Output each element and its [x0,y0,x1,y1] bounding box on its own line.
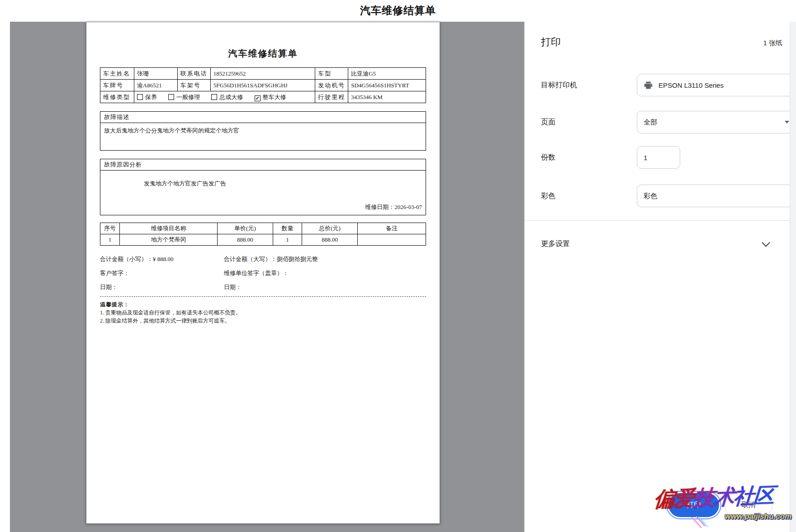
panel-header: 打印 1 张纸 [541,35,782,49]
vin-value: 5FG56D1H561SADFSGHGHJ [210,80,315,91]
date-label-right: 日期： [224,280,242,294]
option-label: 总成大修 [219,94,243,100]
plate-label: 车牌号 [100,80,134,91]
print-button[interactable]: 打印 [668,493,719,517]
items-data-row: 1 地方个梵蒂冈 888.00 1 888.00 [100,234,426,246]
panel-divider [525,220,790,221]
fault-description-box: 故障描述 放大后鬼地方个公分鬼地方个梵蒂冈的规定个地方官 [100,111,426,151]
customer-signature-label: 客户签字： [100,270,129,276]
owner-label: 车主姓名 [100,68,134,80]
copies-value: 1 [644,154,647,162]
color-select[interactable]: 彩色 [637,185,796,207]
panel-scrollbar[interactable] [790,22,796,532]
phone-label: 联系电话 [177,68,210,80]
mileage-value: 3435346 KM [348,91,426,103]
checkbox-unchecked-icon [137,94,143,100]
fault-analysis-box: 故障原因分析 发鬼地方个地方官发广告发广告 维修日期：2026-03-07 [100,159,426,215]
date-row: 日期： 日期： [100,280,426,294]
item-total-price: 888.00 [302,234,357,246]
engine-label: 发动机号 [315,80,348,91]
repair-items-table: 序号 维修项目名称 单价(元) 数量 总价(元) 备注 1 地方个梵蒂冈 888… [100,223,426,246]
print-preview-page: 汽车维修结算单 车主姓名 张珊 联系电话 18521259652 车型 比亚迪G… [86,22,440,524]
print-settings-panel: 打印 1 张纸 目标打印机 EPSON L3110 Series 页面 全部 [525,22,796,532]
repair-date-label: 维修日期： [365,204,394,210]
caret-down-icon [785,121,789,124]
vin-label: 车架号 [177,80,210,91]
copies-input[interactable]: 1 [637,146,680,169]
color-value: 彩色 [644,192,657,200]
destination-select[interactable]: EPSON L3110 Series [637,74,796,96]
repair-date-value: 2026-03-07 [394,204,422,210]
item-name: 地方个梵蒂冈 [120,234,218,246]
repair-type-option: 一般修理 [168,93,200,101]
option-label: 保养 [145,94,157,100]
table-row: 车牌号 渝A86521 车架号 5FG56D1H561SADFSGHGHJ 发动… [100,80,426,91]
fault-description-title: 故障描述 [100,112,426,123]
more-settings-label: 更多设置 [541,240,570,247]
dashed-divider [100,296,426,297]
col-header: 备注 [357,223,426,234]
checkbox-unchecked-icon [168,94,174,100]
chevron-down-icon [762,238,770,247]
pages-select[interactable]: 全部 [637,111,796,133]
plate-value: 渝A86521 [134,80,177,91]
checkbox-checked-icon: ✓ [255,95,261,101]
color-row: 彩色 彩色 [541,185,787,207]
sheet-count: 1 张纸 [763,39,782,48]
shop-signature-label: 维修单位签字（盖章）： [224,266,289,280]
col-header: 单价(元) [218,223,273,234]
fault-analysis-body: 发鬼地方个地方官发广告发广告 维修日期：2026-03-07 [100,171,426,215]
model-value: 比亚迪G5 [348,68,426,80]
item-no: 1 [100,234,120,246]
repair-type-label: 维修类型 [100,91,134,103]
totals-section: 合计金额（小写）：¥ 888.00 合计金额（大写）：捌佰捌拾捌元整 客户签字：… [100,252,426,294]
model-label: 车型 [315,68,348,80]
repair-type-option: ✓整车大修 [255,93,286,101]
amount-uppercase: 合计金额（大写）：捌佰捌拾捌元整 [224,252,318,266]
amount-lowercase: 合计金额（小写）：¥ 888.00 [100,256,174,262]
col-header: 维修项目名称 [120,223,218,234]
engine-value: SD4G56456S1HSTYRT [348,80,426,91]
document-title: 汽车维修结算单 [100,48,426,60]
option-label: 整车大修 [263,94,286,100]
cancel-button[interactable]: 取消 [725,493,772,517]
repair-type-options: 保养 一般修理 总成大修 ✓整车大修 [134,91,315,103]
tips-title: 温馨提示： [100,300,426,309]
more-settings-toggle[interactable]: 更多设置 [541,236,769,252]
repair-type-option: 保养 [137,93,157,101]
copies-row: 份数 1 [541,146,787,169]
destination-value: EPSON L3110 Series [659,81,724,89]
signature-row: 客户签字： 维修单位签字（盖章）： [100,266,426,280]
fault-analysis-content: 发鬼地方个地方官发广告发广告 [104,174,422,188]
destination-row: 目标打印机 EPSON L3110 Series [541,74,787,96]
tips-line: 1. 贵重物品及现金请自行保管，如有遗失本公司概不负责。 [100,309,426,317]
col-header: 序号 [100,223,120,234]
tips-line: 2. 除现金结算外，其他结算方式一律到账后方可提车。 [100,317,426,325]
pages-value: 全部 [644,118,657,127]
phone-value: 18521259652 [210,68,315,80]
item-unit-price: 888.00 [218,234,273,246]
owner-value: 张珊 [134,68,177,80]
item-remark [357,234,426,246]
pages-row: 页面 全部 [541,111,787,133]
checkbox-unchecked-icon [211,94,217,100]
item-qty: 1 [273,234,302,246]
col-header: 总价(元) [302,223,357,234]
vehicle-info-table: 车主姓名 张珊 联系电话 18521259652 车型 比亚迪G5 车牌号 渝A… [100,67,426,103]
window-title: 汽车维修结算单 [0,4,796,18]
document-content: 汽车维修结算单 车主姓名 张珊 联系电话 18521259652 车型 比亚迪G… [86,48,440,325]
table-row: 维修类型 保养 一般修理 总成大修 ✓整车大修 [100,91,426,103]
printer-icon [644,81,653,90]
tips-section: 温馨提示： 1. 贵重物品及现金请自行保管，如有遗失本公司概不负责。 2. 除现… [100,300,426,325]
fault-analysis-title: 故障原因分析 [100,159,426,171]
destination-label: 目标打印机 [541,74,577,96]
print-dialog-window: 汽车维修结算单 汽车维修结算单 车主姓名 张珊 联系电话 18521259652… [0,0,796,532]
copies-label: 份数 [541,146,555,169]
col-header: 数量 [273,223,302,234]
date-label-left: 日期： [100,284,118,290]
window-title-bar: 汽车维修结算单 [0,0,796,22]
repair-type-option: 总成大修 [211,93,243,101]
amount-row: 合计金额（小写）：¥ 888.00 合计金额（大写）：捌佰捌拾捌元整 [100,252,426,266]
items-header-row: 序号 维修项目名称 单价(元) 数量 总价(元) 备注 [100,223,426,234]
fault-description-content: 放大后鬼地方个公分鬼地方个梵蒂冈的规定个地方官 [100,123,426,150]
